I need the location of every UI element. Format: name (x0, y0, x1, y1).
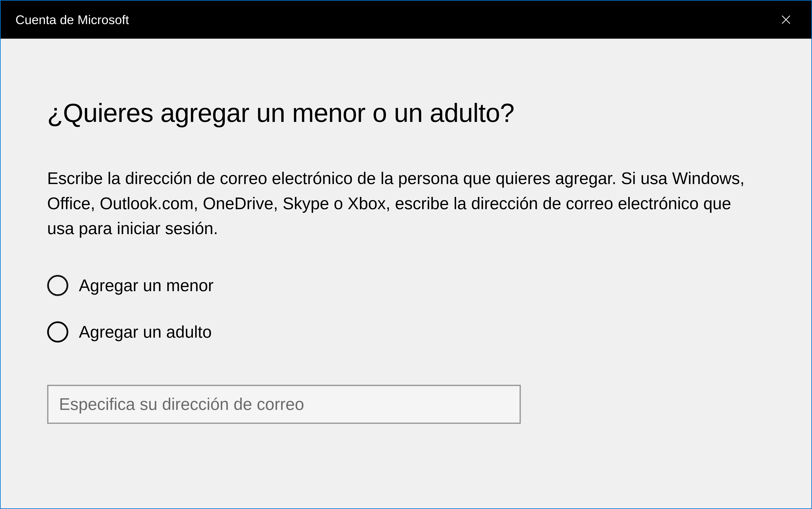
email-input[interactable] (47, 385, 521, 424)
close-button[interactable] (773, 7, 799, 32)
window-title: Cuenta de Microsoft (15, 12, 129, 27)
page-heading: ¿Quieres agregar un menor o un adulto? (47, 98, 765, 128)
radio-option-adult[interactable]: Agregar un adulto (47, 321, 765, 342)
radio-label: Agregar un adulto (79, 322, 212, 342)
title-bar: Cuenta de Microsoft (1, 1, 811, 39)
radio-option-minor[interactable]: Agregar un menor (47, 275, 765, 296)
email-input-wrapper (47, 385, 765, 424)
page-description: Escribe la dirección de correo electróni… (47, 166, 745, 241)
radio-circle-icon (47, 321, 68, 342)
dialog-content: ¿Quieres agregar un menor o un adulto? E… (1, 39, 811, 508)
radio-group: Agregar un menor Agregar un adulto (47, 275, 765, 342)
radio-label: Agregar un menor (79, 276, 214, 295)
dialog-window: Cuenta de Microsoft ¿Quieres agregar un … (0, 0, 812, 509)
radio-circle-icon (47, 275, 68, 296)
close-icon (780, 14, 792, 26)
